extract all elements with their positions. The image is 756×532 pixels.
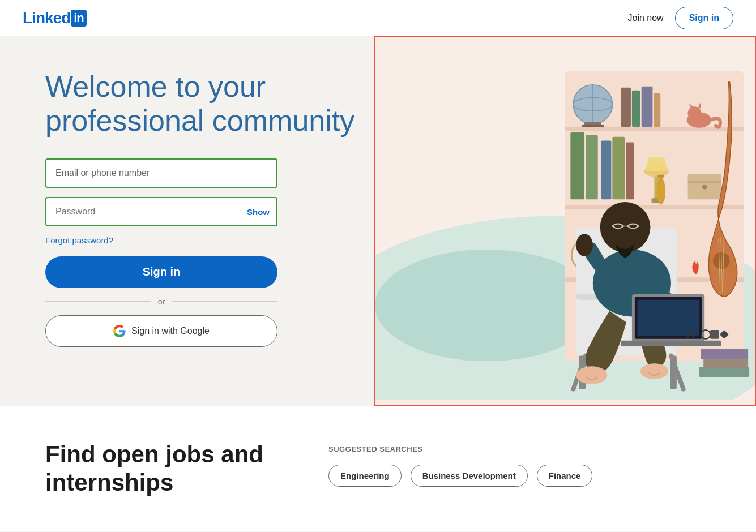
or-line-left [45, 301, 151, 302]
svg-point-54 [600, 202, 651, 252]
logo-in: in [71, 10, 87, 27]
or-divider: or [45, 297, 277, 306]
bottom-left: Find open jobs and internships [45, 440, 283, 497]
svg-rect-13 [632, 91, 640, 127]
svg-rect-14 [642, 87, 653, 127]
google-btn-label: Sign in with Google [131, 326, 210, 336]
or-line-right [172, 301, 277, 302]
svg-rect-65 [703, 358, 748, 368]
hero-illustration: ✕ [374, 36, 756, 406]
svg-rect-5 [565, 205, 744, 209]
svg-rect-20 [570, 132, 584, 199]
bottom-section: Find open jobs and internships SUGGESTED… [0, 406, 756, 531]
hero-title: Welcome to your professional community [45, 70, 374, 138]
svg-rect-23 [612, 137, 625, 200]
email-input[interactable] [45, 158, 277, 188]
hero-section: Welcome to your professional community S… [0, 36, 756, 406]
svg-rect-66 [701, 349, 748, 359]
logo[interactable]: Linked in [23, 9, 87, 27]
password-group: Show [45, 197, 374, 226]
svg-point-58 [576, 366, 607, 384]
sign-in-nav-button[interactable]: Sign in [675, 7, 733, 29]
svg-point-30 [702, 185, 707, 190]
show-password-button[interactable]: Show [247, 207, 270, 216]
password-input[interactable] [45, 197, 277, 226]
svg-point-57 [576, 234, 593, 256]
navbar: Linked in Join now Sign in [0, 0, 756, 36]
google-icon [113, 325, 126, 337]
svg-rect-24 [626, 143, 634, 200]
or-text: or [158, 297, 165, 306]
tag-business-development[interactable]: Business Development [411, 465, 528, 487]
svg-rect-11 [582, 125, 604, 127]
svg-rect-71 [657, 175, 664, 178]
suggested-tags: Engineering Business Development Finance [328, 465, 711, 487]
tag-finance[interactable]: Finance [537, 465, 593, 487]
nav-actions: Join now Sign in [628, 7, 733, 29]
logo-text: Linked [23, 9, 70, 27]
svg-rect-29 [688, 182, 721, 183]
svg-rect-21 [586, 135, 598, 199]
svg-rect-22 [601, 141, 612, 200]
svg-rect-69 [710, 330, 719, 339]
svg-point-59 [640, 363, 668, 379]
email-group [45, 158, 374, 188]
bottom-right: SUGGESTED SEARCHES Engineering Business … [328, 440, 711, 487]
svg-rect-12 [621, 88, 631, 127]
tag-engineering[interactable]: Engineering [328, 465, 402, 487]
join-now-link[interactable]: Join now [628, 13, 664, 23]
suggested-label: SUGGESTED SEARCHES [328, 445, 711, 453]
svg-rect-64 [699, 367, 749, 377]
svg-rect-63 [621, 341, 721, 346]
forgot-password-link[interactable]: Forgot password? [45, 235, 374, 245]
svg-text:✕: ✕ [685, 327, 697, 342]
google-sign-in-button[interactable]: Sign in with Google [45, 315, 277, 347]
password-wrapper: Show [45, 197, 277, 226]
svg-point-17 [688, 106, 702, 120]
svg-rect-15 [654, 93, 660, 127]
bottom-title: Find open jobs and internships [45, 440, 283, 497]
hero-left: Welcome to your professional community S… [0, 36, 374, 381]
sign-in-main-button[interactable]: Sign in [45, 256, 277, 288]
